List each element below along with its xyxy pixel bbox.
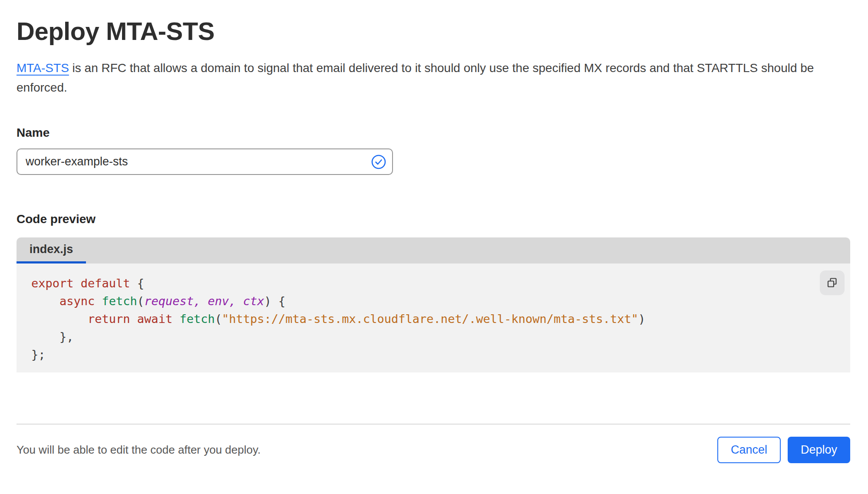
check-circle-icon (371, 155, 386, 169)
name-input[interactable] (17, 148, 393, 175)
name-label: Name (17, 126, 850, 140)
description-text: is an RFC that allows a domain to signal… (17, 61, 814, 94)
tab-index-js[interactable]: index.js (17, 237, 86, 263)
footer-bar: You will be able to edit the code after … (17, 437, 850, 463)
deploy-mta-sts-page: Deploy MTA-STS MTA-STS is an RFC that al… (0, 0, 868, 494)
code-tab-bar: index.js (17, 237, 850, 263)
cancel-button[interactable]: Cancel (717, 437, 781, 463)
tab-label: index.js (30, 243, 73, 256)
footer-divider (17, 424, 850, 425)
code-lines: export default { async fetch(request, en… (31, 274, 798, 363)
name-field-section: Name (17, 126, 850, 175)
footer-actions: Cancel Deploy (717, 437, 850, 463)
code-preview-panel: export default { async fetch(request, en… (17, 263, 850, 372)
page-title: Deploy MTA-STS (17, 16, 850, 46)
mta-sts-link[interactable]: MTA-STS (17, 61, 69, 75)
copy-icon (826, 277, 838, 289)
footer-note: You will be able to edit the code after … (17, 443, 261, 457)
copy-button[interactable] (820, 270, 845, 295)
code-preview-section: Code preview index.js export default { a… (17, 212, 850, 372)
code-preview-label: Code preview (17, 212, 850, 226)
description: MTA-STS is an RFC that allows a domain t… (17, 58, 837, 97)
deploy-button[interactable]: Deploy (788, 437, 850, 463)
name-input-wrapper (17, 148, 393, 175)
